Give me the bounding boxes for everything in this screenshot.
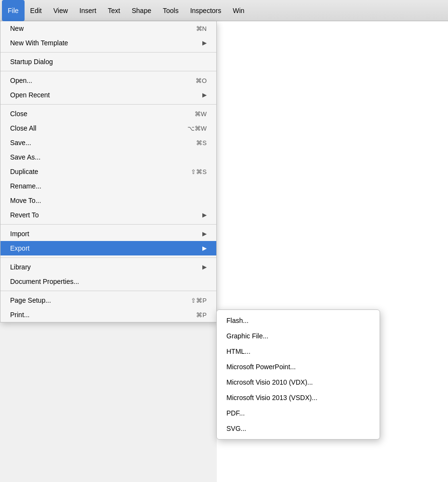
- menu-item-close[interactable]: Close ⌘W: [0, 107, 216, 121]
- menu-item-document-properties-label: Document Properties...: [10, 278, 79, 285]
- menu-item-page-setup-label: Page Setup...: [10, 296, 51, 304]
- submenu-arrow-icon-open-recent: ▶: [202, 92, 207, 98]
- menubar-item-window[interactable]: Win: [227, 0, 250, 21]
- submenu-item-microsoft-visio-2010[interactable]: Microsoft Visio 2010 (VDX)...: [217, 375, 380, 390]
- menubar-item-text[interactable]: Text: [102, 0, 126, 21]
- menu-item-duplicate[interactable]: Duplicate ⇧⌘S: [0, 164, 216, 179]
- menubar-item-inspectors[interactable]: Inspectors: [184, 0, 227, 21]
- menu-item-print-label: Print...: [10, 311, 29, 319]
- menu-item-new-with-template-label: New With Template: [10, 39, 68, 47]
- menu-item-move-to-label: Move To...: [10, 197, 41, 204]
- submenu-item-microsoft-visio-2013-label: Microsoft Visio 2013 (VSDX)...: [226, 394, 317, 402]
- menu-item-page-setup[interactable]: Page Setup... ⇧⌘P: [0, 293, 216, 308]
- menu-item-save-label: Save...: [10, 139, 31, 147]
- menu-item-open-recent-label: Open Recent: [10, 91, 50, 99]
- separator-6: [0, 291, 216, 291]
- menu-item-import[interactable]: Import ▶: [0, 227, 216, 241]
- submenu-item-svg-label: SVG...: [226, 425, 246, 432]
- menubar-item-edit[interactable]: Edit: [25, 0, 48, 21]
- menu-item-page-setup-shortcut: ⇧⌘P: [191, 297, 207, 304]
- separator-2: [0, 71, 216, 71]
- submenu-item-graphic-file[interactable]: Graphic File...: [217, 328, 380, 344]
- menu-item-save[interactable]: Save... ⌘S: [0, 135, 216, 150]
- menu-item-print-shortcut: ⌘P: [196, 311, 207, 319]
- submenu-item-microsoft-visio-2013[interactable]: Microsoft Visio 2013 (VSDX)...: [217, 390, 380, 405]
- submenu-arrow-icon-import: ▶: [202, 230, 207, 237]
- separator-5: [0, 257, 216, 258]
- separator-3: [0, 104, 216, 105]
- separator-4: [0, 224, 216, 225]
- menu-item-open-recent[interactable]: Open Recent ▶: [0, 88, 216, 102]
- menu-item-export[interactable]: Export ▶: [0, 241, 216, 255]
- menu-item-print[interactable]: Print... ⌘P: [0, 308, 216, 322]
- menubar-item-insert[interactable]: Insert: [74, 0, 102, 21]
- content-area: New ⌘N New With Template ▶ Startup Dialo…: [0, 21, 448, 482]
- menu-item-duplicate-label: Duplicate: [10, 168, 38, 175]
- submenu-item-graphic-file-label: Graphic File...: [226, 332, 268, 340]
- menu-item-rename-label: Rename...: [10, 182, 41, 190]
- menu-item-startup-dialog-label: Startup Dialog: [10, 58, 53, 66]
- submenu-item-microsoft-powerpoint[interactable]: Microsoft PowerPoint...: [217, 359, 380, 375]
- submenu-item-flash[interactable]: Flash...: [217, 313, 380, 328]
- menu-item-new[interactable]: New ⌘N: [0, 21, 216, 36]
- menu-item-save-as[interactable]: Save As...: [0, 150, 216, 164]
- menu-item-export-label: Export: [10, 244, 29, 252]
- menu-item-close-all-shortcut: ⌥⌘W: [187, 125, 207, 132]
- menubar-item-shape[interactable]: Shape: [126, 0, 157, 21]
- menu-item-open[interactable]: Open... ⌘O: [0, 73, 216, 88]
- menu-item-import-label: Import: [10, 230, 29, 238]
- submenu-item-microsoft-powerpoint-label: Microsoft PowerPoint...: [226, 363, 296, 371]
- submenu-item-pdf[interactable]: PDF...: [217, 405, 380, 421]
- file-menu: New ⌘N New With Template ▶ Startup Dialo…: [0, 21, 217, 322]
- menu-item-new-with-template[interactable]: New With Template ▶: [0, 36, 216, 50]
- menu-item-revert-to-label: Revert To: [10, 211, 39, 219]
- menu-item-startup-dialog[interactable]: Startup Dialog: [0, 54, 216, 69]
- menu-item-duplicate-shortcut: ⇧⌘S: [191, 168, 207, 175]
- menu-item-save-as-label: Save As...: [10, 153, 40, 161]
- menu-item-document-properties[interactable]: Document Properties...: [0, 274, 216, 289]
- submenu-arrow-icon-library: ▶: [202, 264, 207, 270]
- separator-1: [0, 52, 216, 53]
- submenu-item-flash-label: Flash...: [226, 317, 249, 324]
- menu-item-new-label: New: [10, 25, 24, 32]
- menu-item-revert-to[interactable]: Revert To ▶: [0, 208, 216, 222]
- menu-item-close-all[interactable]: Close All ⌥⌘W: [0, 121, 216, 135]
- menubar-item-file[interactable]: File: [2, 0, 25, 21]
- menu-item-move-to[interactable]: Move To...: [0, 193, 216, 208]
- submenu-item-svg[interactable]: SVG...: [217, 421, 380, 436]
- menu-item-library-label: Library: [10, 263, 31, 271]
- submenu-item-html-label: HTML...: [226, 348, 250, 355]
- submenu-item-html[interactable]: HTML...: [217, 344, 380, 359]
- menubar: File Edit View Insert Text Shape Tools I…: [0, 0, 448, 21]
- submenu-arrow-icon: ▶: [202, 40, 207, 46]
- menu-item-library[interactable]: Library ▶: [0, 260, 216, 274]
- submenu-item-pdf-label: PDF...: [226, 409, 245, 417]
- menu-item-save-shortcut: ⌘S: [196, 139, 207, 147]
- menu-item-new-shortcut: ⌘N: [196, 25, 207, 32]
- menubar-item-view[interactable]: View: [48, 0, 74, 21]
- submenu-arrow-icon-revert: ▶: [202, 212, 207, 218]
- submenu-arrow-icon-export: ▶: [202, 245, 207, 252]
- menu-item-close-shortcut: ⌘W: [195, 110, 207, 118]
- menubar-item-tools[interactable]: Tools: [157, 0, 184, 21]
- menu-item-close-label: Close: [10, 110, 27, 118]
- menu-item-close-all-label: Close All: [10, 124, 36, 132]
- export-submenu: Flash... Graphic File... HTML... Microso…: [216, 309, 380, 440]
- submenu-item-microsoft-visio-2010-label: Microsoft Visio 2010 (VDX)...: [226, 378, 313, 386]
- menu-item-open-shortcut: ⌘O: [196, 77, 207, 84]
- menu-item-open-label: Open...: [10, 77, 32, 84]
- menu-item-rename[interactable]: Rename...: [0, 179, 216, 193]
